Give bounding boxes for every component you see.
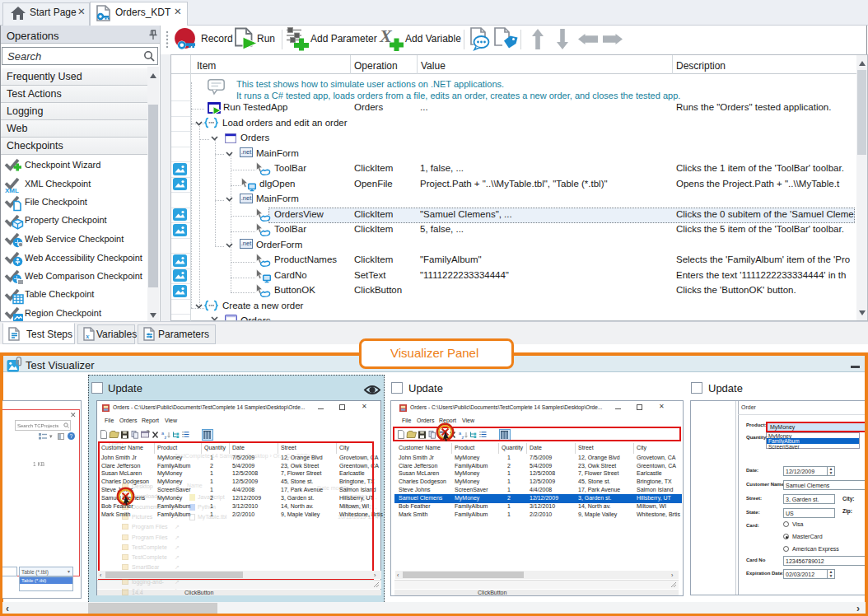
svg-text:x: x	[85, 332, 90, 340]
svg-text:XML: XML	[5, 186, 19, 194]
